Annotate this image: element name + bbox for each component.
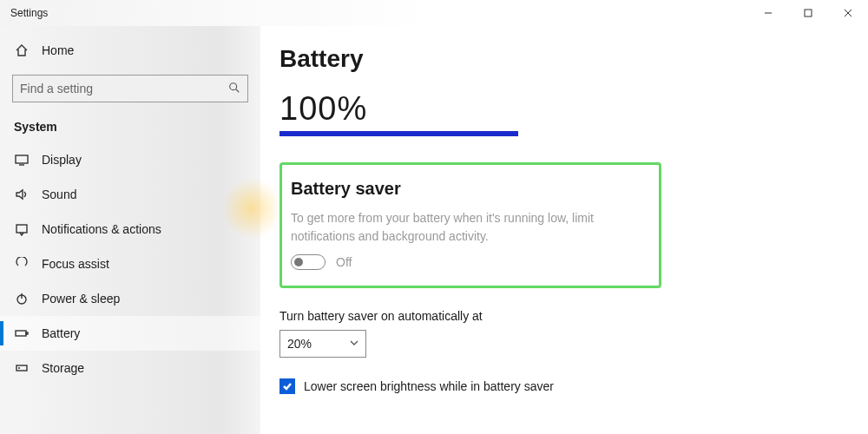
auto-on-label: Turn battery saver on automatically at: [279, 309, 842, 323]
svg-rect-11: [16, 331, 26, 336]
focus-assist-icon: [14, 257, 30, 271]
sidebar-home[interactable]: Home: [0, 33, 260, 68]
sidebar-item-label: Sound: [42, 187, 76, 201]
close-button[interactable]: [828, 0, 868, 26]
window-title: Settings: [0, 7, 48, 19]
svg-rect-13: [16, 365, 27, 371]
search-box[interactable]: [12, 75, 248, 102]
svg-point-4: [230, 82, 237, 89]
battery-saver-description: To get more from your battery when it's …: [291, 209, 638, 246]
checkmark-icon: [282, 381, 293, 391]
battery-saver-heading: Battery saver: [291, 179, 643, 199]
sidebar-item-storage[interactable]: Storage: [0, 351, 260, 385]
battery-saver-toggle-label: Off: [336, 255, 352, 269]
brightness-checkbox-label: Lower screen brightness while in battery…: [304, 379, 554, 393]
brightness-checkbox[interactable]: [279, 378, 295, 394]
notifications-icon: [14, 222, 30, 236]
sidebar-item-battery[interactable]: Battery: [0, 316, 260, 351]
sidebar-item-label: Notifications & actions: [42, 222, 161, 236]
storage-icon: [14, 361, 30, 375]
sidebar-item-notifications[interactable]: Notifications & actions: [0, 212, 260, 247]
battery-saver-toggle[interactable]: [291, 254, 326, 270]
auto-on-value: 20%: [287, 337, 312, 351]
svg-rect-12: [26, 332, 28, 334]
titlebar: Settings: [0, 0, 868, 26]
minimize-button[interactable]: [748, 0, 788, 26]
chevron-down-icon: [350, 339, 358, 349]
sound-icon: [14, 187, 30, 201]
display-icon: [14, 153, 30, 167]
search-input[interactable]: [20, 82, 228, 95]
sidebar-item-label: Power & sleep: [42, 292, 120, 306]
sidebar-item-sound[interactable]: Sound: [0, 177, 260, 212]
svg-line-5: [236, 89, 240, 92]
power-icon: [14, 292, 30, 306]
battery-level-bar: [279, 131, 518, 136]
sidebar-category: System: [0, 115, 260, 142]
toggle-knob: [294, 258, 303, 266]
sidebar: Home System Display Sound: [0, 26, 260, 434]
svg-point-14: [18, 367, 20, 369]
auto-on-select[interactable]: 20%: [279, 330, 366, 358]
sidebar-item-focus-assist[interactable]: Focus assist: [0, 247, 260, 281]
sidebar-item-power-sleep[interactable]: Power & sleep: [0, 281, 260, 316]
sidebar-item-label: Focus assist: [42, 257, 109, 271]
home-icon: [14, 43, 30, 57]
battery-level-text: 100%: [279, 90, 842, 128]
main-content: Battery 100% Battery saver To get more f…: [260, 26, 868, 434]
sidebar-item-label: Battery: [42, 326, 80, 340]
battery-icon: [14, 326, 30, 340]
svg-rect-6: [16, 155, 28, 163]
battery-saver-section: Battery saver To get more from your batt…: [279, 162, 661, 288]
maximize-button[interactable]: [788, 0, 828, 26]
svg-rect-8: [16, 225, 27, 233]
sidebar-home-label: Home: [42, 43, 74, 57]
svg-rect-1: [805, 10, 812, 16]
page-title: Battery: [279, 45, 842, 73]
search-icon: [228, 82, 240, 96]
sidebar-item-label: Storage: [42, 361, 84, 375]
sidebar-item-label: Display: [42, 153, 82, 167]
sidebar-item-display[interactable]: Display: [0, 142, 260, 177]
